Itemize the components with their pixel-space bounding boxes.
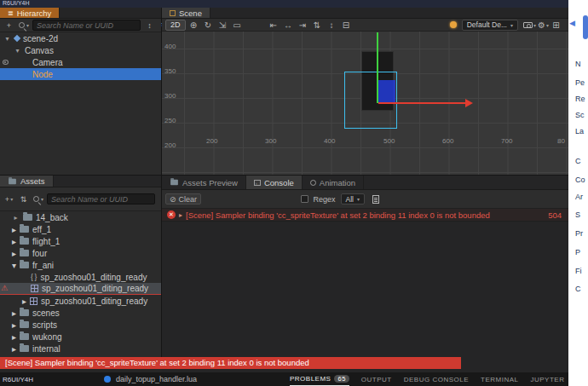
assets-toolbar: +▾ ⇅ ▾ ↕ ↻: [0, 187, 161, 211]
tab-scene[interactable]: Scene: [162, 8, 210, 18]
collapse-left-icon[interactable]: ◀: [569, 19, 575, 27]
grid-toggle-icon[interactable]: ⊞: [551, 20, 562, 31]
asset-json-row[interactable]: { } sp_zuoshou01_diting_ready: [0, 271, 161, 283]
tab-hierarchy[interactable]: ≣ Hierarchy: [0, 8, 60, 18]
open-log-file-button[interactable]: [370, 193, 381, 205]
caret-down-icon[interactable]: ▾: [14, 47, 21, 55]
caret-right-icon[interactable]: ▸: [12, 344, 16, 354]
scene-viewport[interactable]: 200 300 400 500 600 700 80 400 350 300 2…: [162, 32, 568, 175]
console-error-row[interactable]: ✕ ▸ [Scene] Sampler binding 'cc_spriteTe…: [162, 209, 568, 222]
caret-right-icon[interactable]: ▸: [12, 237, 16, 246]
open-file-name[interactable]: daily_topup_handler.lua: [116, 375, 197, 383]
tab-jupyter[interactable]: JUPYTER: [530, 376, 564, 383]
inspector-fragment: Fi: [575, 267, 582, 275]
asset-folder-row-expanded[interactable]: ▾ fr_ani: [0, 259, 161, 271]
asset-folder-row[interactable]: ▸ 14_back: [0, 211, 161, 223]
scene-camera-button[interactable]: ▾: [523, 20, 536, 31]
inspector-fragment: Re: [575, 95, 585, 103]
ruler-x-label: 500: [383, 137, 395, 145]
tab-console[interactable]: › Console: [246, 176, 303, 189]
asset-sprite-row-selected[interactable]: ⚠ sp_zuoshou01_diting_ready: [0, 283, 161, 295]
caret-right-icon[interactable]: ▸: [22, 297, 26, 306]
gizmo-y-axis[interactable]: [377, 32, 378, 103]
scrollbar-thumb[interactable]: [583, 15, 588, 39]
camera-icon: [523, 22, 533, 28]
tab-assets[interactable]: Assets: [0, 176, 54, 187]
asset-folder-row[interactable]: ▸ scripts: [0, 319, 161, 331]
selection-bounds-box: [344, 72, 397, 129]
tree-node-canvas[interactable]: ▾ Canvas: [0, 44, 161, 56]
tree-node-scene-2d[interactable]: ▾ scene-2d: [0, 32, 161, 44]
log-filter-dropdown[interactable]: All ▾: [341, 193, 365, 205]
sort-assets-icon[interactable]: ⇅: [18, 193, 29, 205]
expand-caret-icon[interactable]: ▸: [179, 211, 182, 219]
asset-folder-row[interactable]: ▸ scenes: [0, 307, 161, 319]
expand-collapse-all-icon[interactable]: ↕: [144, 20, 155, 31]
caret-right-icon[interactable]: ▸: [12, 249, 16, 258]
caret-down-icon[interactable]: ▾: [12, 261, 16, 270]
tab-debug-console[interactable]: DEBUG CONSOLE: [404, 376, 469, 383]
rotate-tool-icon[interactable]: ↻: [202, 20, 215, 30]
scale-tool-icon[interactable]: ⇲: [216, 20, 229, 30]
asset-folder-row[interactable]: ▸ flight_1: [0, 235, 161, 247]
tab-assets-preview[interactable]: Assets Preview: [162, 176, 246, 189]
distribute-vertical-icon[interactable]: ⇅: [311, 20, 324, 30]
align-left-icon[interactable]: ⇤: [268, 20, 280, 30]
scene-light-toggle-icon[interactable]: [450, 21, 457, 28]
move-tool-icon[interactable]: ⊕: [187, 20, 200, 30]
asset-folder-row[interactable]: ▸ wukong: [0, 331, 161, 343]
ruler-x-label: 200: [206, 137, 217, 145]
assets-search-filter-button[interactable]: ▾: [32, 193, 43, 205]
hierarchy-search-filter-button[interactable]: ▾: [18, 20, 29, 31]
tab-problems[interactable]: PROBLEMS 65: [290, 373, 349, 386]
scene-settings-button[interactable]: ⚙▾: [538, 20, 549, 31]
inspector-fragment: C: [575, 285, 581, 293]
clear-log-button[interactable]: ⊘ Clear: [165, 193, 201, 205]
folder-icon: [20, 345, 29, 352]
status-window-title: R6UI/Y4H: [3, 376, 33, 383]
asset-label: internal: [32, 344, 61, 354]
asset-folder-row[interactable]: ▸ four: [0, 247, 161, 259]
hierarchy-tree: ▾ scene-2d ▾ Canvas Camera Node: [0, 32, 161, 80]
tab-terminal[interactable]: TERMINAL: [481, 376, 518, 383]
create-asset-button[interactable]: +▾: [3, 193, 14, 205]
rect-tool-icon[interactable]: ▭: [231, 20, 244, 30]
tab-scene-label: Scene: [179, 9, 202, 18]
inspector-fragment: Ar: [575, 193, 583, 201]
asset-atlas-row[interactable]: ▸ sp_zuoshou01_diting_ready: [0, 295, 161, 307]
visibility-eye-icon[interactable]: [3, 60, 9, 65]
asset-folder-row[interactable]: ▸ eff_1: [0, 223, 161, 235]
regex-label: Regex: [314, 195, 336, 204]
tree-node-camera[interactable]: Camera: [0, 56, 161, 68]
tab-animation[interactable]: Animation: [303, 176, 364, 189]
asset-label: eff_1: [32, 225, 51, 234]
hierarchy-search-input[interactable]: [32, 20, 141, 31]
caret-right-icon[interactable]: ▸: [12, 320, 16, 330]
caret-right-icon[interactable]: ▸: [12, 214, 20, 222]
caret-right-icon[interactable]: ▸: [12, 332, 16, 342]
file-type-icon: [104, 376, 111, 383]
caret-down-icon[interactable]: ▾: [3, 35, 11, 43]
asset-folder-row[interactable]: ▸ internal: [0, 343, 161, 354]
align-center-icon[interactable]: ↔: [282, 20, 295, 30]
snap-grid-icon[interactable]: ⊟: [340, 20, 353, 30]
mode-2d-button[interactable]: 2D: [165, 20, 186, 31]
ruler-x-label: 80: [557, 137, 565, 145]
add-node-button[interactable]: +: [3, 20, 14, 31]
tab-output[interactable]: OUTPUT: [361, 376, 392, 383]
terminal-icon: ›: [254, 180, 261, 186]
error-toast[interactable]: [Scene] Sampler binding 'cc_spriteTextur…: [0, 357, 461, 369]
align-middle-icon[interactable]: ↕: [326, 20, 338, 30]
json-file-icon: { }: [31, 273, 37, 281]
align-right-icon[interactable]: ⇥: [297, 20, 309, 30]
gizmo-x-axis[interactable]: [378, 102, 465, 104]
folder-icon: [9, 178, 16, 183]
tree-node-node-selected[interactable]: Node: [0, 68, 161, 80]
camera-preset-dropdown[interactable]: Default De... ▾: [462, 20, 518, 31]
ruler-y-label: 350: [164, 67, 176, 75]
caret-right-icon[interactable]: ▸: [12, 225, 16, 234]
assets-search-input[interactable]: [47, 193, 155, 205]
regex-checkbox[interactable]: [301, 195, 308, 203]
caret-right-icon[interactable]: ▸: [12, 308, 16, 318]
gizmo-x-axis-arrowhead[interactable]: [465, 99, 473, 107]
